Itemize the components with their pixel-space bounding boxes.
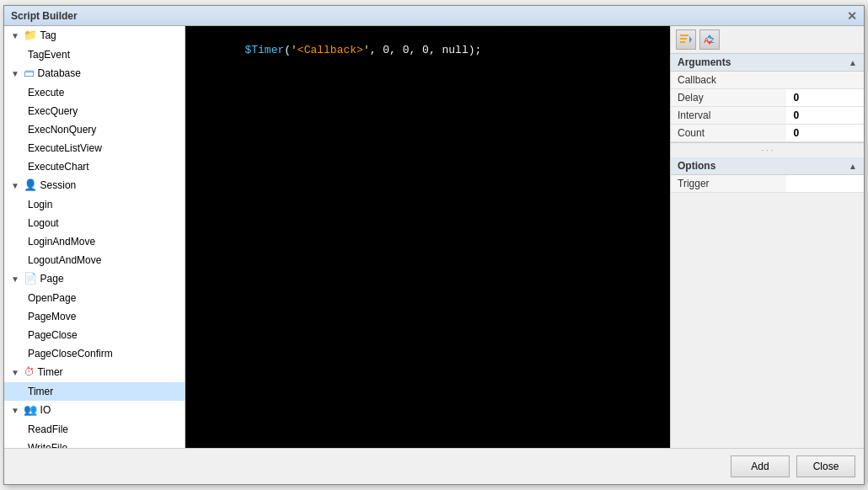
- tree-item-pageclose[interactable]: PageClose: [4, 326, 185, 344]
- arg-row-callback: Callback: [671, 72, 864, 89]
- sort-icon: [679, 33, 693, 46]
- options-table: Trigger: [671, 175, 864, 193]
- arguments-section: Arguments ▲ Callback Delay 0 Interval 0: [671, 54, 864, 448]
- arguments-table: Callback Delay 0 Interval 0 Count 0: [671, 72, 864, 142]
- bottom-bar: Add Close: [4, 448, 864, 484]
- az-sort-button[interactable]: A Z: [699, 29, 720, 50]
- tree-item-logoutandmove[interactable]: LogoutAndMove: [4, 251, 185, 269]
- sort-button[interactable]: [676, 29, 696, 50]
- right-toolbar: A Z: [671, 26, 864, 54]
- arguments-header: Arguments ▲: [671, 54, 864, 72]
- svg-marker-3: [689, 36, 692, 40]
- expand-icon-db: ▼: [11, 69, 19, 78]
- az-icon: A Z: [703, 33, 716, 46]
- arg-row-delay: Delay 0: [671, 89, 864, 107]
- arg-name-interval: Interval: [671, 107, 786, 125]
- options-collapse-icon[interactable]: ▲: [849, 162, 857, 171]
- close-button[interactable]: Close: [796, 455, 855, 477]
- page-icon: 📄: [24, 272, 37, 285]
- main-content: ▼ 📁 Tag TagEvent ▼ 🗃 Database Execute: [4, 26, 864, 448]
- right-panel: A Z Arguments ▲ Callback: [670, 26, 864, 448]
- option-value-trigger: [786, 175, 864, 193]
- code-editor[interactable]: $Timer('<Callback>', 0, 0, 0, null);: [185, 26, 670, 448]
- tree-item-timer[interactable]: Timer: [4, 382, 185, 401]
- arg-name-callback: Callback: [671, 72, 786, 89]
- arg-row-count: Count 0: [671, 125, 864, 142]
- svg-rect-2: [680, 41, 685, 43]
- tree-item-page[interactable]: ▼ 📄 Page: [4, 269, 185, 289]
- expand-icon: ▼: [11, 31, 19, 40]
- tree-item-execnonquery[interactable]: ExecNonQuery: [4, 120, 185, 139]
- svg-rect-1: [680, 38, 687, 40]
- tree-item-loginandmove[interactable]: LoginAndMove: [4, 232, 185, 251]
- options-section: Options ▲ Trigger: [671, 157, 864, 193]
- expand-icon-timer: ▼: [11, 368, 19, 377]
- expand-icon-session: ▼: [11, 181, 19, 190]
- tree-item-logout[interactable]: Logout: [4, 214, 185, 232]
- tree-item-execquery[interactable]: ExecQuery: [4, 102, 185, 120]
- session-icon: 👤: [24, 178, 37, 191]
- options-label: Options: [678, 160, 715, 172]
- tree-item-executelistview[interactable]: ExecuteListView: [4, 139, 185, 157]
- tree-item-tagevent[interactable]: TagEvent: [4, 45, 185, 64]
- window-close-icon[interactable]: ✕: [847, 9, 857, 23]
- db-icon: 🗃: [24, 67, 35, 79]
- tree-item-readfile[interactable]: ReadFile: [4, 420, 185, 439]
- code-line-1: $Timer('<Callback>', 0, 0, 0, null);: [192, 31, 663, 69]
- svg-rect-0: [680, 35, 689, 36]
- tree-item-pagemove[interactable]: PageMove: [4, 307, 185, 326]
- tree-item-pagecloseconfirm[interactable]: PageCloseConfirm: [4, 344, 185, 363]
- arg-name-delay: Delay: [671, 89, 786, 107]
- divider: · · ·: [671, 142, 864, 157]
- arguments-label: Arguments: [678, 56, 731, 68]
- tree-item-io[interactable]: ▼ 👥 IO: [4, 401, 185, 420]
- option-name-trigger: Trigger: [671, 175, 786, 193]
- arg-value-interval: 0: [786, 107, 864, 125]
- arg-row-interval: Interval 0: [671, 107, 864, 125]
- tree-item-executechart[interactable]: ExecuteChart: [4, 157, 185, 176]
- tree-item-writefile[interactable]: WriteFile: [4, 439, 185, 448]
- tree-item-session[interactable]: ▼ 👤 Session: [4, 176, 185, 195]
- expand-icon-io: ▼: [11, 406, 19, 415]
- timer-icon: ⏱: [24, 365, 35, 378]
- arg-value-callback: [786, 72, 864, 89]
- tree-item-openpage[interactable]: OpenPage: [4, 289, 185, 307]
- tree-item-database[interactable]: ▼ 🗃 Database: [4, 64, 185, 83]
- arg-value-count: 0: [786, 125, 864, 142]
- folder-icon: 📁: [24, 29, 37, 41]
- tree-item-tag[interactable]: ▼ 📁 Tag: [4, 26, 185, 45]
- options-header: Options ▲: [671, 157, 864, 175]
- title-bar: Script Builder ✕: [4, 6, 864, 26]
- option-row-trigger: Trigger: [671, 175, 864, 193]
- io-icon: 👥: [24, 403, 37, 416]
- script-builder-window: Script Builder ✕ ▼ 📁 Tag TagEvent ▼ 🗃: [3, 5, 865, 485]
- arguments-collapse-icon[interactable]: ▲: [849, 58, 857, 67]
- tree-scroll[interactable]: ▼ 📁 Tag TagEvent ▼ 🗃 Database Execute: [4, 26, 185, 448]
- tree-panel: ▼ 📁 Tag TagEvent ▼ 🗃 Database Execute: [4, 26, 185, 448]
- add-button[interactable]: Add: [731, 455, 790, 477]
- arg-value-delay: 0: [786, 89, 864, 107]
- expand-icon-page: ▼: [11, 274, 19, 284]
- arg-name-count: Count: [671, 125, 786, 142]
- tree-item-execute[interactable]: Execute: [4, 83, 185, 102]
- svg-marker-4: [689, 40, 692, 43]
- tree-item-timer-cat[interactable]: ▼ ⏱ Timer: [4, 363, 185, 382]
- window-title: Script Builder: [11, 10, 78, 22]
- tree-item-login[interactable]: Login: [4, 195, 185, 214]
